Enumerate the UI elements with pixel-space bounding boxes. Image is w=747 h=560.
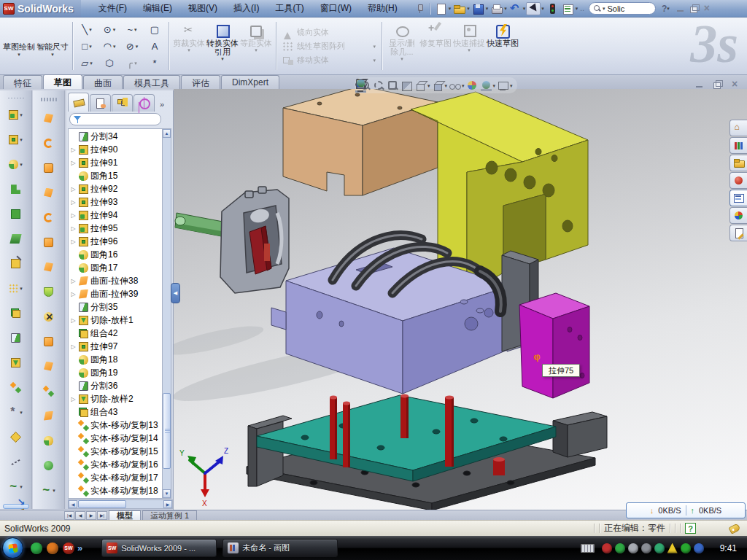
help-caret[interactable]: ▾ [667,6,670,11]
expand-arrow-icon[interactable] [70,238,77,245]
scroll-down-button[interactable]: ▼ [163,489,171,498]
print-caret[interactable]: ▾ [504,6,507,11]
tool-button-trim-surface[interactable] [44,354,53,378]
task-button[interactable]: 未命名 - 画图 [222,539,338,557]
tool-button-boundary-surface[interactable] [44,180,53,205]
tool-button-linear-pattern[interactable]: ▾ [9,276,23,301]
tree-item[interactable]: 实体-移动/复制16 [69,458,163,471]
command-button-repair-sketch[interactable]: 修复草图 [419,20,452,71]
tree-item[interactable]: 切除-放样2 [69,392,163,405]
view-tool-zoom-to-area[interactable] [373,79,385,92]
tree-horizontal-scrollbar[interactable]: ◀ ▶ [68,499,173,509]
tool-button-swept-cut[interactable] [11,177,20,202]
sketch-entity-point[interactable]: * [144,55,166,71]
start-button[interactable] [2,537,23,559]
tool-button-swept-surface[interactable] [44,106,53,131]
tab-configurationmanager[interactable] [112,94,133,112]
scroll-right-button[interactable]: ▶ [163,500,172,508]
tab-nav-button[interactable]: ▶| [97,511,107,520]
command-button-display-delete-relations[interactable]: 显示/删除几... ▾ [385,20,419,71]
tree-filter[interactable] [69,113,161,125]
expand-arrow-icon[interactable] [70,160,77,166]
scroll-thumb[interactable] [163,393,171,469]
open-button[interactable] [452,2,466,15]
tree-item[interactable]: 曲面-拉伸38 [69,274,163,287]
command-button-rapid-sketch[interactable]: 快速草图 [486,20,519,71]
select-button[interactable] [526,2,541,15]
tray-icon-warning[interactable] [667,543,678,553]
quick-launch-solidworks[interactable]: SW [63,542,74,554]
tree-item[interactable]: 拉伸92 [69,182,163,195]
menu-item[interactable]: 窗口(W) [313,0,359,17]
tree-item[interactable]: 实体-移动/复制15 [69,445,163,458]
menu-item[interactable]: 插入(I) [226,0,266,17]
tool-button-spline-curve[interactable]: ▾ [9,475,23,499]
tool-button-reference-axis[interactable] [11,450,20,475]
tool-button-lofted-cut[interactable] [11,202,20,227]
save-caret[interactable]: ▾ [486,6,489,11]
tab-sketch[interactable]: 草图 [43,74,82,89]
sketch-entity-line[interactable]: ╲ ▾ [76,21,98,37]
doc-restore-button[interactable] [711,79,724,90]
menu-item[interactable]: 编辑(E) [136,0,179,17]
tree-item[interactable]: 拉伸93 [69,195,163,209]
command-row-move-entities[interactable]: 移动实体 ▾ [282,54,376,66]
sketch-entity-centerpoint-arc[interactable]: ◠ ▾ [98,38,120,54]
expand-arrow-icon[interactable] [70,343,77,350]
tool-button-freeform[interactable] [44,428,53,453]
tree-item[interactable]: 曲面-拉伸39 [69,287,163,300]
sketch-entity-selection-box[interactable]: ▢ [144,21,166,37]
tool-button-extruded-boss[interactable]: ▾ [9,103,23,128]
tree-item[interactable]: 拉伸91 [69,156,163,169]
top-plate-tan[interactable] [283,89,438,195]
tray-icon-network[interactable] [694,543,704,553]
sketch-entity-polygon[interactable]: ⬡ [98,55,120,71]
command-row-mirror-entities[interactable]: 镜向实体 [282,26,376,39]
command-row-linear-sketch-pattern[interactable]: 线性草图阵列 ▾ [282,40,376,52]
tab-features[interactable]: 特征 [3,75,42,89]
document-tab[interactable]: 运动算例 1 [142,510,197,520]
tree-item[interactable]: 圆角17 [69,261,163,274]
tree-item[interactable]: 实体-移动/复制18 [69,484,163,497]
select-caret[interactable]: ▾ [541,6,544,11]
tool-button-reference-plane[interactable] [11,425,20,450]
scroll-thumb[interactable] [78,500,126,508]
new-caret[interactable]: ▾ [449,6,452,11]
tool-button-knit-surface[interactable] [44,279,53,304]
command-button-sketch[interactable]: 草图绘制 ▾ [2,20,36,71]
expand-arrow-icon[interactable] [70,278,77,284]
block-magenta[interactable]: φ [519,293,589,398]
tree-item[interactable]: 拉伸96 [69,235,163,248]
help-button[interactable]: ? [662,4,667,14]
doc-minimize-button[interactable] [693,79,706,90]
view-tool-display-style[interactable]: ▾ [432,79,448,92]
view-tool-apply-scene[interactable]: ▾ [480,79,496,92]
menu-item[interactable]: 文件(F) [91,0,134,17]
tray-icon-updates[interactable] [628,543,638,553]
rebuild-button[interactable] [545,2,560,15]
graphics-viewport[interactable]: φ X Y Z 拉伸75 [174,89,747,510]
options-caret[interactable]: ▾ [576,6,578,11]
tab-nav-button[interactable]: |◀ [64,511,74,520]
tree-item[interactable]: 分割36 [69,379,163,392]
expand-arrow-icon[interactable] [70,396,77,402]
scroll-up-button[interactable]: ▲ [163,129,171,138]
tree-item[interactable]: 组合42 [69,327,163,340]
command-button-offset-entities[interactable]: 等距实体 ▾ [239,20,273,71]
tool-button-curve-through-points[interactable]: ▾ [42,478,55,502]
tool-button-extend-surface[interactable] [44,329,53,354]
tab-mold-tools[interactable]: 模具工具 [123,75,180,89]
new-document-button[interactable] [433,2,448,15]
tree-item[interactable]: 拉伸97 [69,340,163,353]
tab-propertymanager[interactable] [90,94,111,112]
taskpane-tab-custom-properties[interactable] [729,225,747,241]
undo-caret[interactable]: ▾ [523,6,526,11]
tree-item[interactable]: 圆角19 [69,366,163,379]
instant3d-button-pressed[interactable] [3,504,29,509]
tree-item[interactable]: 分割35 [69,300,163,314]
tree-item[interactable]: 圆角15 [69,169,163,182]
sketch-entity-sketch-fillet[interactable]: ╭ ▾ [121,55,143,71]
tool-button-hole-wizard[interactable] [11,252,20,276]
open-caret[interactable]: ▾ [467,6,470,11]
sketch-entity-spline[interactable]: ~ ▾ [121,21,143,37]
